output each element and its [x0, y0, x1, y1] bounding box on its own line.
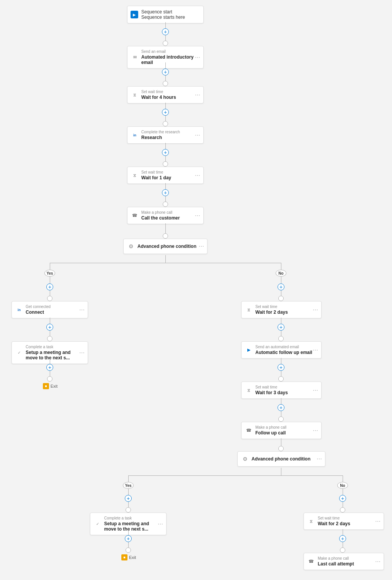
wait-icon-2: ⧖ — [131, 172, 138, 179]
wait-3d-label: Set wait time — [255, 385, 317, 389]
condition-more-2[interactable]: ⋯ — [317, 456, 322, 462]
followup-call-node[interactable]: ☎ Make a phone call Follow up call ⋯ — [241, 422, 322, 439]
connector — [281, 438, 281, 446]
plus-icon-no-2: + — [341, 496, 344, 501]
add-step-af[interactable]: + — [278, 364, 284, 371]
setup-meeting-more-2[interactable]: ⋯ — [158, 521, 163, 527]
connector — [50, 277, 50, 283]
add-step-btn-2[interactable]: + — [162, 69, 169, 75]
wait-4h-node[interactable]: ⧖ Set wait time Wait for 4 hours ⋯ — [127, 86, 204, 103]
connector — [50, 331, 50, 336]
wait-icon-3: ⧖ — [245, 306, 252, 313]
connect-more[interactable]: ⋯ — [79, 307, 85, 313]
sequence-start-title: Sequence starts here — [141, 15, 199, 20]
setup-meeting-more-1[interactable]: ⋯ — [79, 350, 85, 356]
add-step-sm1[interactable]: + — [46, 364, 53, 371]
research-more[interactable]: ⋯ — [195, 132, 200, 138]
wait-1d-title: Wait for 1 day — [141, 175, 199, 180]
setup-meeting-label-1: Complete a task — [26, 345, 84, 349]
call-customer-node[interactable]: ☎ Make a phone call Call the customer ⋯ — [127, 207, 204, 224]
connect-node[interactable]: in Get connected Connect ⋯ — [11, 301, 88, 318]
wait-1d-node[interactable]: ⧖ Set wait time Wait for 1 day ⋯ — [127, 167, 204, 184]
send-email-more-1[interactable]: ⋯ — [195, 54, 200, 61]
task-icon-2: ✓ — [94, 521, 101, 528]
send-email-label-1: Send an email — [141, 49, 199, 54]
auto-followup-label: Send an automated email — [255, 345, 317, 349]
advanced-condition-node-1[interactable]: ⚙ Advanced phone condition ⋯ — [123, 239, 207, 254]
research-node[interactable]: in Complete the research Research ⋯ — [127, 126, 204, 144]
call-icon-1: ☎ — [131, 212, 138, 219]
connector — [165, 255, 166, 263]
connector-circle-w2d1 — [278, 336, 284, 341]
connector — [281, 277, 281, 283]
wait-2d-more-1[interactable]: ⋯ — [313, 307, 318, 313]
connector — [128, 502, 129, 507]
connector-circle-connect — [47, 336, 52, 341]
add-step-w3d[interactable]: + — [278, 404, 284, 411]
no-label-2: No — [337, 482, 348, 489]
add-step-btn-3[interactable]: + — [162, 109, 169, 116]
advanced-condition-title-2: Advanced phone condition — [252, 456, 314, 462]
wait-4h-more[interactable]: ⋯ — [195, 92, 200, 98]
wait-3d-more[interactable]: ⋯ — [313, 387, 318, 393]
wait-icon-5: ⧖ — [308, 518, 315, 525]
wait-2d-node-2[interactable]: ⧖ Set wait time Wait for 2 days ⋯ — [304, 513, 384, 530]
wait-icon-1: ⧖ — [131, 92, 138, 98]
exit-label-1: Exit — [51, 384, 57, 388]
followup-call-more[interactable]: ⋯ — [313, 428, 318, 434]
add-step-w2d1[interactable]: + — [278, 324, 284, 331]
last-call-title: Last call attempt — [318, 561, 380, 567]
call-icon-3: ☎ — [308, 558, 315, 565]
add-step-no-2[interactable]: + — [339, 495, 346, 502]
sequence-start-node[interactable]: ▶ Sequence start Sequence starts here — [127, 6, 204, 23]
call-customer-more[interactable]: ⋯ — [195, 213, 200, 219]
add-step-w2d2[interactable]: + — [339, 535, 346, 542]
wait-2d-title-1: Wait for 2 days — [255, 310, 317, 315]
plus-icon-connect: + — [48, 324, 51, 330]
advanced-condition-node-2[interactable]: ⚙ Advanced phone condition ⋯ — [237, 451, 325, 467]
yes-label-2: Yes — [123, 482, 134, 489]
last-call-label: Make a phone call — [318, 556, 380, 560]
condition-more-1[interactable]: ⋯ — [199, 243, 204, 249]
connector-circle-w2d2 — [340, 547, 345, 553]
wait-3d-node[interactable]: ⧖ Set wait time Wait for 3 days ⋯ — [241, 382, 322, 399]
add-step-yes-1[interactable]: + — [46, 283, 53, 290]
add-step-btn-5[interactable]: + — [162, 189, 169, 196]
wait-1d-more[interactable]: ⋯ — [195, 172, 200, 179]
exit-node-2: ■ Exit — [121, 554, 136, 560]
plus-icon-w2d1: + — [279, 324, 283, 330]
connect-label: Get connected — [26, 305, 84, 309]
connector — [165, 223, 166, 233]
add-step-btn-4[interactable]: + — [162, 149, 169, 156]
branch-hline-1 — [50, 263, 281, 263]
wait-2d-more-2[interactable]: ⋯ — [375, 518, 381, 524]
connector-circle-6 — [163, 233, 168, 239]
setup-meeting-title-1: Setup a meeting and move to the next s..… — [26, 350, 84, 360]
connect-title: Connect — [26, 310, 84, 315]
auto-followup-more[interactable]: ⋯ — [313, 347, 318, 353]
connector — [165, 156, 166, 161]
wait-2d-title-2: Wait for 2 days — [318, 521, 380, 526]
setup-meeting-label-2: Complete a task — [104, 516, 162, 520]
add-step-sm2[interactable]: + — [125, 535, 132, 542]
connector-circle-no-1 — [278, 296, 284, 301]
auto-followup-node[interactable]: ▶ Send an automated email Automatic foll… — [241, 341, 322, 359]
connector-circle-fc — [278, 446, 284, 451]
plus-icon-2: + — [164, 69, 167, 75]
plus-icon-sm2: + — [127, 536, 130, 541]
wait-2d-node-1[interactable]: ⧖ Set wait time Wait for 2 days ⋯ — [241, 301, 322, 318]
add-step-btn-1[interactable]: + — [162, 28, 169, 35]
last-call-more[interactable]: ⋯ — [375, 559, 381, 565]
research-title: Research — [141, 135, 199, 140]
add-step-connect[interactable]: + — [46, 324, 53, 331]
branch-hline-2 — [128, 475, 343, 476]
plus-icon-1: + — [164, 29, 167, 34]
last-call-node[interactable]: ☎ Make a phone call Last call attempt ⋯ — [304, 553, 384, 570]
add-step-no-1[interactable]: + — [278, 283, 284, 290]
connector — [281, 468, 281, 475]
email-icon-2: ▶ — [245, 347, 252, 354]
left-branch-vline-1 — [50, 263, 50, 270]
wait-4h-title: Wait for 4 hours — [141, 95, 199, 100]
add-step-yes-2[interactable]: + — [125, 495, 132, 502]
plus-icon-af: + — [279, 365, 283, 370]
